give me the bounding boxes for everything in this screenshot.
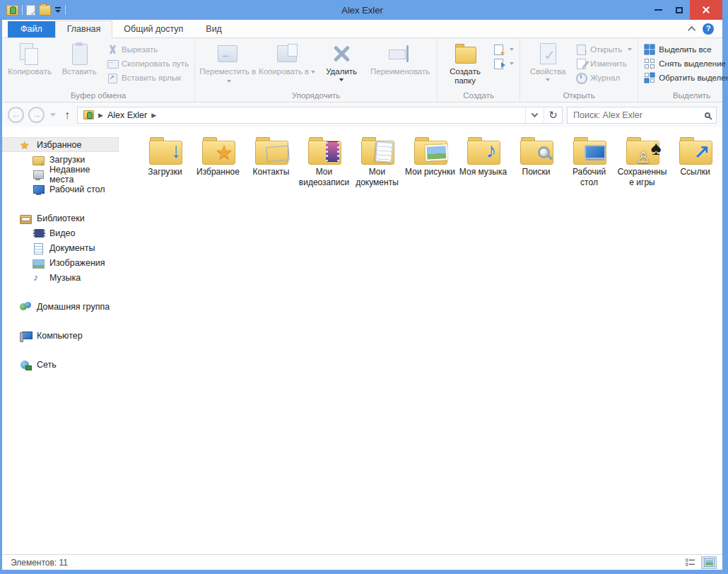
explorer-user-folder-icon[interactable] — [6, 5, 18, 16]
maximize-button[interactable] — [669, 0, 690, 20]
sidebar-item-icon — [20, 139, 32, 151]
sidebar-item-label: Библиотеки — [37, 213, 85, 223]
separator — [65, 5, 66, 15]
properties-button[interactable]: Свойства — [523, 40, 573, 81]
sidebar-item-icon — [20, 301, 32, 312]
tab-share[interactable]: Общий доступ — [112, 21, 194, 37]
paste-icon — [66, 42, 92, 65]
customize-toolbar-icon[interactable] — [54, 6, 61, 13]
close-button[interactable] — [690, 0, 722, 20]
easy-access-button[interactable] — [493, 58, 514, 69]
cut-button[interactable]: Вырезать — [107, 44, 189, 55]
refresh-button[interactable]: ↻ — [544, 107, 562, 123]
close-icon — [702, 6, 710, 14]
new-folder-qat-icon[interactable] — [39, 5, 51, 16]
folder-overlay-icon — [266, 146, 289, 162]
search-box[interactable] — [567, 107, 717, 124]
tab-view[interactable]: Вид — [194, 21, 233, 37]
move-to-button[interactable]: Переместить в — [198, 40, 257, 86]
items-count: Элементов: 11 — [11, 558, 68, 568]
copy-button[interactable]: Копировать — [5, 40, 54, 76]
file-item[interactable]: Сохраненные игры — [616, 137, 669, 188]
file-item[interactable]: Мои документы — [351, 137, 404, 188]
sidebar-item[interactable]: Рабочий стол — [2, 182, 119, 197]
collapse-ribbon-icon[interactable] — [688, 26, 695, 34]
separator — [22, 5, 23, 15]
paste-shortcut-button[interactable]: Вставить ярлык — [107, 72, 189, 83]
new-item-button[interactable] — [493, 44, 514, 55]
select-all-button[interactable]: Выделить все — [644, 44, 728, 55]
file-label: Избранное — [196, 167, 240, 177]
sidebar-item[interactable]: Компьютер — [2, 328, 119, 343]
up-button[interactable]: ↑ — [64, 109, 70, 122]
file-item[interactable]: Избранное — [192, 137, 245, 188]
group-label-clipboard: Буфер обмена — [5, 90, 192, 102]
minimize-button[interactable] — [647, 0, 669, 20]
file-item[interactable]: Мои видеозаписи — [298, 137, 351, 188]
address-dropdown-button[interactable] — [525, 107, 544, 123]
maximize-icon — [676, 7, 683, 13]
file-label: Моя музыка — [459, 167, 507, 177]
sidebar-item[interactable]: Избранное — [2, 137, 119, 152]
breadcrumb-item[interactable]: Alex Exler — [107, 110, 147, 120]
history-button[interactable]: Журнал — [575, 72, 632, 83]
rename-button[interactable]: Переименовать — [366, 40, 434, 76]
delete-button[interactable]: Удалить — [317, 40, 366, 81]
search-input[interactable] — [573, 110, 700, 120]
clear-selection-button[interactable]: Снять выделение — [644, 58, 728, 69]
sidebar-item[interactable]: Недавние места — [2, 167, 119, 182]
sidebar-item[interactable]: Сеть — [2, 357, 119, 372]
copy-to-button[interactable]: Копировать в — [257, 40, 317, 76]
file-label: Ссылки — [680, 167, 710, 177]
invert-selection-button[interactable]: Обратить выделение — [644, 72, 728, 83]
sidebar-item[interactable]: Видео — [2, 226, 119, 240]
copy-path-button[interactable]: Скопировать путь — [107, 58, 189, 69]
folder-icon — [626, 137, 659, 164]
tab-file[interactable]: Файл — [8, 21, 55, 37]
group-open: Свойства Открыть Изменить Журнал — [520, 38, 638, 102]
thumbnails-view-icon — [704, 558, 715, 567]
sidebar-item[interactable]: Библиотеки — [2, 211, 119, 226]
sidebar-item[interactable]: Музыка — [2, 270, 119, 285]
file-item[interactable]: Моя музыка — [457, 137, 510, 188]
back-button[interactable]: ← — [8, 107, 24, 123]
folder-icon — [520, 137, 553, 164]
new-folder-button[interactable]: Создать папку — [440, 40, 490, 86]
open-button[interactable]: Открыть — [575, 44, 632, 55]
forward-button[interactable]: → — [28, 107, 45, 123]
file-item[interactable]: Контакты — [245, 137, 298, 188]
breadcrumb: ▶ Alex Exler ▶ — [78, 110, 162, 120]
folder-icon — [308, 137, 341, 164]
file-item[interactable]: Рабочий стол — [563, 137, 616, 188]
recent-locations-caret-icon[interactable] — [50, 113, 56, 117]
dropdown-caret-icon — [546, 78, 550, 81]
file-item[interactable]: Поиски — [510, 137, 563, 188]
sidebar-item-icon — [33, 156, 45, 165]
group-label-create: Создать — [440, 90, 517, 102]
paste-button[interactable]: Вставить — [54, 40, 104, 76]
details-view-button[interactable] — [683, 556, 698, 569]
breadcrumb-arrow-icon[interactable]: ▶ — [151, 112, 156, 119]
edit-button[interactable]: Изменить — [575, 58, 632, 69]
search-icon[interactable] — [705, 112, 710, 118]
sidebar-item[interactable]: Домашняя группа — [2, 299, 119, 314]
sidebar-item-icon — [33, 242, 45, 254]
address-bar[interactable]: ▶ Alex Exler ▶ ↻ — [77, 107, 563, 124]
select-all-icon — [644, 44, 655, 55]
breadcrumb-arrow-icon[interactable]: ▶ — [98, 112, 103, 119]
file-label: Мои документы — [351, 167, 404, 188]
help-icon[interactable] — [703, 23, 714, 35]
thumbnails-view-button[interactable] — [701, 556, 717, 569]
group-clipboard: Копировать Вставить Вырезать Скопировать… — [2, 38, 195, 102]
file-item[interactable]: Загрузки — [139, 137, 192, 188]
file-item[interactable]: Мои рисунки — [404, 137, 457, 188]
file-item[interactable]: Ссылки — [669, 137, 722, 188]
sidebar-item[interactable]: Документы — [2, 240, 119, 255]
sidebar-item-icon — [20, 213, 32, 224]
sidebar-item[interactable]: Изображения — [2, 255, 119, 270]
tab-home[interactable]: Главная — [55, 20, 113, 38]
sidebar-item-label: Компьютер — [37, 331, 83, 341]
minimize-icon — [654, 9, 662, 11]
user-folder-icon[interactable] — [83, 110, 94, 119]
properties-qat-icon[interactable] — [26, 5, 35, 16]
